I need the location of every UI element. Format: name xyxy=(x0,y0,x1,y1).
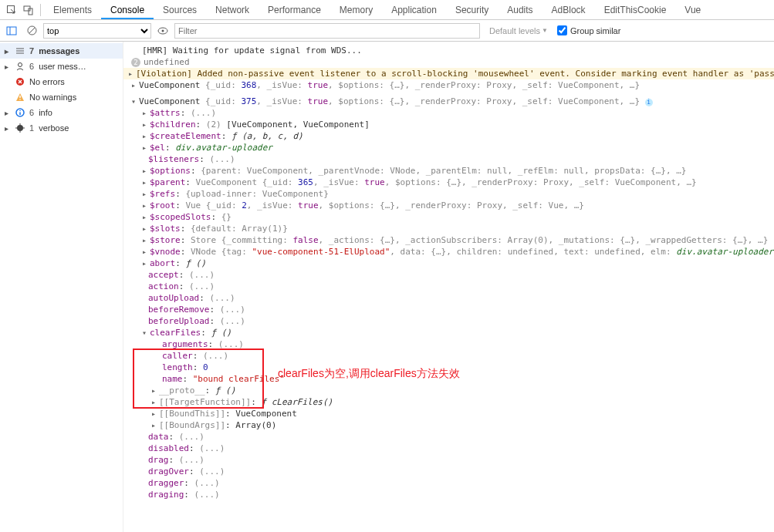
sidebar-item-messages[interactable]: ▸7messages xyxy=(0,43,123,59)
inspect-icon[interactable] xyxy=(3,2,20,19)
tab-sources[interactable]: Sources xyxy=(154,1,206,19)
eye-icon[interactable] xyxy=(154,22,171,39)
debug-icon xyxy=(15,123,25,133)
devtools-tabs: Elements Console Sources Network Perform… xyxy=(0,0,774,20)
prop-row[interactable]: ▸$children: (2) [VueComponent, VueCompon… xyxy=(123,119,774,130)
tab-security[interactable]: Security xyxy=(446,1,498,19)
annotation-label: clearFiles为空,调用clearFiles方法失效 xyxy=(278,367,460,381)
prop-row[interactable]: arguments: (...) xyxy=(123,338,774,350)
group-similar-checkbox[interactable]: Group similar xyxy=(557,25,620,35)
svg-point-17 xyxy=(19,99,21,100)
log-line[interactable]: 2undefined xyxy=(123,56,774,68)
prop-row[interactable]: dragger: (...) xyxy=(123,477,774,489)
sidebar-item-info[interactable]: ▸6info xyxy=(0,105,123,120)
prop-row[interactable]: beforeRemove: (...) xyxy=(123,304,774,315)
prop-row[interactable]: drag: (...) xyxy=(123,454,774,466)
log-line-violation[interactable]: ▸[Violation] Added non-passive event lis… xyxy=(123,68,774,79)
info-icon xyxy=(15,108,25,117)
sidebar-item-user[interactable]: ▸6user mess… xyxy=(0,59,123,74)
console-sidebar: ▸7messages ▸6user mess… No errors No war… xyxy=(0,42,123,532)
tab-console[interactable]: Console xyxy=(101,1,154,19)
prop-row[interactable]: ▸$slots: {default: Array(1)} xyxy=(123,223,774,234)
prop-row[interactable]: accept: (...) xyxy=(123,269,774,281)
prop-row[interactable]: autoUpload: (...) xyxy=(123,292,774,304)
prop-row[interactable]: ▸[[TargetFunction]]: ƒ cLearFiles() xyxy=(123,396,774,408)
svg-point-19 xyxy=(19,110,21,112)
prop-row[interactable]: ▸[[BoundArgs]]: Array(0) xyxy=(123,419,774,431)
device-mode-icon[interactable] xyxy=(20,2,37,19)
svg-line-6 xyxy=(29,28,35,33)
svg-rect-3 xyxy=(7,27,16,35)
prop-row[interactable]: ▸$createElement: ƒ (a, b, c, d) xyxy=(123,130,774,142)
prop-row[interactable]: dragOver: (...) xyxy=(123,466,774,477)
tab-audits[interactable]: Audits xyxy=(498,1,542,19)
context-select[interactable]: top xyxy=(43,23,151,39)
filter-input[interactable] xyxy=(174,23,480,39)
prop-row[interactable]: data: (...) xyxy=(123,431,774,443)
levels-dropdown[interactable]: Default levels ▼ xyxy=(483,26,554,35)
prop-row[interactable]: ▸$parent: VueComponent {_uid: 365, _isVu… xyxy=(123,177,774,188)
prop-row[interactable]: ▸$refs: {upload-inner: VueComponent} xyxy=(123,188,774,200)
prop-row[interactable]: ▸$options: {parent: VueComponent, _paren… xyxy=(123,165,774,177)
prop-row[interactable]: draging: (...) xyxy=(123,489,774,500)
prop-row[interactable]: disabled: (...) xyxy=(123,443,774,454)
prop-row[interactable]: ▸$vnode: VNode {tag: "vue-component-51-E… xyxy=(123,246,774,258)
tab-application[interactable]: Application xyxy=(382,1,446,19)
log-vuecomponent[interactable]: ▸VueComponent {_uid: 368, _isVue: true, … xyxy=(123,79,774,91)
prop-row[interactable]: beforeUpload: (...) xyxy=(123,315,774,327)
sidebar-toggle-icon[interactable] xyxy=(3,22,20,39)
prop-row[interactable]: caller: (...) xyxy=(123,350,774,362)
svg-point-12 xyxy=(19,63,22,67)
prop-row[interactable]: ▸$scopedSlots: {} xyxy=(123,211,774,223)
user-icon xyxy=(15,62,25,71)
prop-row[interactable]: ▸__proto__: ƒ () xyxy=(123,385,774,396)
sidebar-item-warnings[interactable]: No warnings xyxy=(0,89,123,105)
prop-clearfiles[interactable]: ▾clearFiles: ƒ () xyxy=(123,327,774,338)
tab-adblock[interactable]: AdBlock xyxy=(542,1,595,19)
tab-editthiscookie[interactable]: EditThisCookie xyxy=(595,1,676,19)
tab-memory[interactable]: Memory xyxy=(330,1,382,19)
console-output: [HMR] Waiting for update signal from WDS… xyxy=(123,42,774,532)
prop-row[interactable]: ▸[[BoundThis]]: VueComponent xyxy=(123,408,774,419)
warn-icon xyxy=(15,93,25,102)
tab-performance[interactable]: Performance xyxy=(259,1,330,19)
tab-vue[interactable]: Vue xyxy=(675,1,710,19)
error-icon xyxy=(15,77,25,86)
console-toolbar: top Default levels ▼ Group similar xyxy=(0,20,774,42)
log-line[interactable]: [HMR] Waiting for update signal from WDS… xyxy=(123,45,774,56)
tab-elements[interactable]: Elements xyxy=(44,1,101,19)
clear-console-icon[interactable] xyxy=(23,22,40,39)
tab-network[interactable]: Network xyxy=(206,1,259,19)
log-vuecomponent-expanded[interactable]: ▾VueComponent {_uid: 375, _isVue: true, … xyxy=(123,96,774,107)
svg-point-8 xyxy=(162,29,164,32)
prop-row[interactable]: $listeners: (...) xyxy=(123,153,774,165)
list-icon xyxy=(15,47,25,55)
prop-row[interactable]: action: (...) xyxy=(123,281,774,292)
svg-point-21 xyxy=(17,125,23,131)
sidebar-item-verbose[interactable]: ▸1verbose xyxy=(0,120,123,136)
sidebar-item-errors[interactable]: No errors xyxy=(0,74,123,89)
prop-row[interactable]: ▸$root: Vue {_uid: 2, _isVue: true, $opt… xyxy=(123,200,774,211)
prop-row[interactable]: ▸$el: div.avatar-uploader xyxy=(123,142,774,153)
prop-row[interactable]: ▸$attrs: (...) xyxy=(123,107,774,119)
prop-row[interactable]: ▸abort: ƒ () xyxy=(123,258,774,269)
prop-row[interactable]: ▸$store: Store {_committing: false, _act… xyxy=(123,234,774,246)
